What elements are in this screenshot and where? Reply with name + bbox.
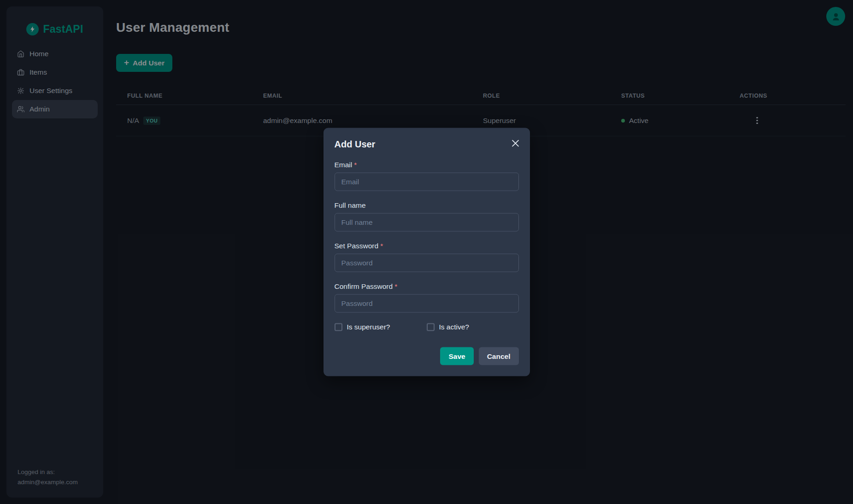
set-password-field-group: Set Password* [335,242,519,272]
close-x-icon [512,140,519,147]
confirm-password-label-text: Confirm Password [335,282,393,290]
is-superuser-checkbox[interactable] [335,323,342,331]
is-active-label: Is active? [439,323,469,331]
cancel-button[interactable]: Cancel [479,347,519,365]
full-name-label-text: Full name [335,201,366,209]
add-user-modal: Add User Email* Full name Set Password* … [324,128,530,376]
confirm-password-field-label: Confirm Password* [335,282,519,291]
email-field-group: Email* [335,161,519,191]
checkbox-row: Is superuser? Is active? [335,323,519,331]
modal-title: Add User [335,139,376,150]
modal-footer: Save Cancel [335,347,519,365]
email-label-text: Email [335,161,353,169]
full-name-field-group: Full name [335,201,519,232]
set-password-label-text: Set Password [335,242,379,250]
confirm-password-field-group: Confirm Password* [335,282,519,313]
required-asterisk: * [380,242,383,250]
email-field-label: Email* [335,161,519,169]
required-asterisk: * [354,161,357,169]
is-active-checkbox[interactable] [427,323,435,331]
full-name-field[interactable] [335,213,519,232]
required-asterisk: * [394,282,397,290]
is-superuser-label: Is superuser? [347,323,390,331]
is-active-checkbox-group: Is active? [427,323,469,331]
full-name-field-label: Full name [335,201,519,210]
email-field[interactable] [335,173,519,191]
set-password-field-label: Set Password* [335,242,519,250]
set-password-field[interactable] [335,254,519,272]
confirm-password-field[interactable] [335,294,519,313]
save-button[interactable]: Save [440,347,473,365]
modal-close-button[interactable] [510,138,521,149]
is-superuser-checkbox-group: Is superuser? [335,323,427,331]
modal-header: Add User [335,139,519,150]
